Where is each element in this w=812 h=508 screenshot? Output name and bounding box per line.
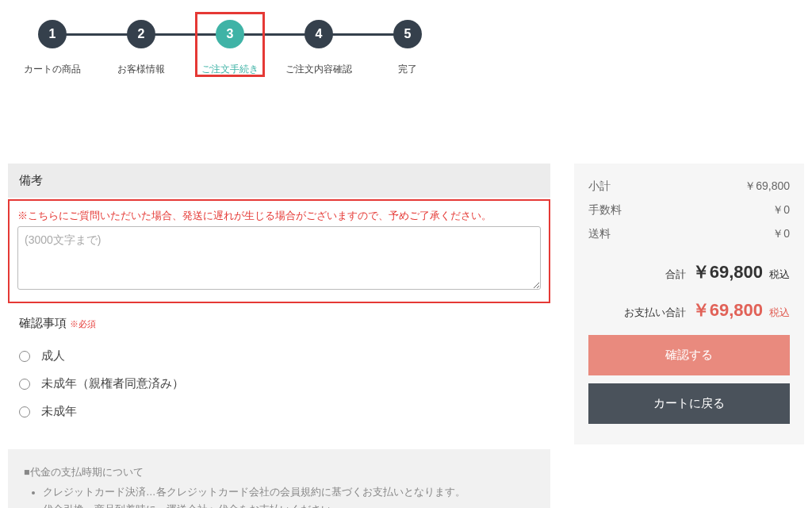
step-number: 2 bbox=[127, 20, 155, 48]
radio-minor[interactable]: 未成年 bbox=[19, 398, 539, 425]
confirmation-title: 確認事項 bbox=[19, 316, 67, 329]
pay-label: お支払い合計 bbox=[624, 306, 686, 320]
back-to-cart-button[interactable]: カートに戻る bbox=[588, 383, 790, 424]
subtotal-row: 小計 ￥69,800 bbox=[588, 175, 790, 198]
step-label: ご注文内容確認 bbox=[285, 63, 352, 76]
radio-label: 成人 bbox=[41, 348, 65, 364]
step-number: 1 bbox=[38, 20, 67, 48]
pay-value: ￥69,800 bbox=[692, 298, 763, 322]
shipping-label: 送料 bbox=[588, 227, 611, 241]
payment-info-line: クレジットカード決済…各クレジットカード会社の会員規約に基づくお支払いとなります… bbox=[43, 483, 534, 502]
fee-row: 手数料 ￥0 bbox=[588, 198, 790, 222]
remarks-textarea[interactable] bbox=[17, 226, 541, 290]
step-order-procedure: 3 ご注文手続き bbox=[186, 20, 274, 76]
step-complete: 5 完了 bbox=[363, 20, 452, 76]
required-mark: ※必須 bbox=[70, 319, 96, 329]
radio-label: 未成年 bbox=[41, 404, 77, 419]
tax-label: 税込 bbox=[769, 267, 790, 282]
step-customer: 2 お客様情報 bbox=[97, 20, 186, 76]
step-number: 4 bbox=[304, 20, 333, 48]
pay-tax-label: 税込 bbox=[769, 306, 790, 320]
radio-minor-consented[interactable]: 未成年（親権者同意済み） bbox=[19, 370, 539, 398]
pay-row: お支払い合計 ￥69,800 税込 bbox=[588, 291, 790, 335]
step-label: ご注文手続き bbox=[201, 63, 259, 76]
fee-label: 手数料 bbox=[588, 203, 622, 217]
fee-value: ￥0 bbox=[772, 203, 790, 217]
payment-info-box: ■代金の支払時期について クレジットカード決済…各クレジットカード会社の会員規約… bbox=[8, 449, 550, 508]
step-number: 5 bbox=[393, 20, 422, 48]
subtotal-label: 小計 bbox=[588, 179, 611, 194]
total-label: 合計 bbox=[665, 267, 686, 282]
order-summary: 小計 ￥69,800 手数料 ￥0 送料 ￥0 合計 ￥69,800 税込 bbox=[574, 164, 804, 444]
step-cart: 1 カートの商品 bbox=[8, 20, 97, 76]
shipping-value: ￥0 bbox=[772, 227, 790, 241]
step-label: お客様情報 bbox=[117, 63, 165, 76]
radio-adult[interactable]: 成人 bbox=[19, 342, 539, 370]
checkout-stepper: 1 カートの商品 2 お客様情報 3 ご注文手続き 4 ご注文内容確認 5 完了 bbox=[0, 0, 812, 100]
shipping-row: 送料 ￥0 bbox=[588, 222, 790, 246]
remarks-note: ※こちらにご質問いただいた場合、発送に遅れが生じる場合がございますので、予めご了… bbox=[17, 209, 541, 223]
step-label: 完了 bbox=[398, 63, 417, 76]
radio-icon bbox=[19, 351, 30, 362]
payment-info-line: 代金引換…商品到着時に、運送会社へ代金をお支払いください。 bbox=[43, 501, 534, 508]
confirm-button[interactable]: 確認する bbox=[588, 335, 790, 375]
radio-label: 未成年（親権者同意済み） bbox=[41, 376, 184, 391]
payment-info-title: ■代金の支払時期について bbox=[24, 464, 534, 482]
total-value: ￥69,800 bbox=[692, 260, 763, 284]
total-row: 合計 ￥69,800 税込 bbox=[588, 246, 790, 291]
remarks-box: ※こちらにご質問いただいた場合、発送に遅れが生じる場合がございますので、予めご了… bbox=[8, 199, 550, 303]
radio-icon bbox=[19, 406, 30, 418]
radio-icon bbox=[19, 379, 30, 390]
step-number: 3 bbox=[216, 20, 244, 48]
subtotal-value: ￥69,800 bbox=[745, 179, 790, 194]
step-confirm: 4 ご注文内容確認 bbox=[274, 20, 363, 76]
remarks-title: 備考 bbox=[8, 164, 550, 198]
confirmation-header: 確認事項※必須 bbox=[8, 303, 550, 339]
confirmation-options: 成人 未成年（親権者同意済み） 未成年 bbox=[8, 339, 550, 441]
step-label: カートの商品 bbox=[24, 63, 81, 76]
